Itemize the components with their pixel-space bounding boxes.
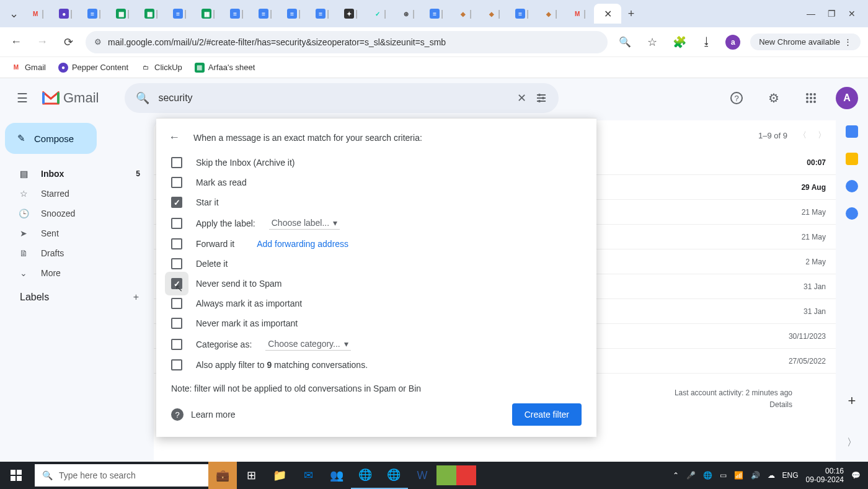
sidebar-item-sent[interactable]: ➤Sent <box>5 223 149 243</box>
tray-mic-icon[interactable]: 🎤 <box>686 471 696 480</box>
tab-9[interactable]: ≡| <box>252 4 279 24</box>
tray-wifi-icon[interactable]: 📶 <box>734 471 743 480</box>
tab-6[interactable]: ≡| <box>166 4 193 24</box>
bookmark-clickup[interactable]: 🗀ClickUp <box>141 63 182 73</box>
checkbox-mark-read[interactable] <box>171 177 182 188</box>
clear-search-icon[interactable]: ✕ <box>517 91 526 105</box>
bookmark-star-icon[interactable]: ☆ <box>644 34 661 51</box>
tray-chevron-icon[interactable]: ⌃ <box>673 471 679 480</box>
checkbox-apply-label[interactable] <box>171 218 182 229</box>
start-button[interactable] <box>0 462 32 489</box>
tab-active[interactable]: ✕ <box>594 4 621 24</box>
support-icon[interactable]: ? <box>724 86 749 110</box>
tab-15[interactable]: ≡| <box>423 4 450 24</box>
zoom-icon[interactable]: 🔍 <box>616 34 634 51</box>
settings-icon[interactable]: ⚙ <box>761 86 786 110</box>
sidebar-item-drafts[interactable]: 🗎Drafts <box>5 243 149 263</box>
compose-button[interactable]: ✎ Compose <box>5 123 97 154</box>
downloads-icon[interactable]: ⭳ <box>698 34 715 51</box>
taskbar-teams[interactable]: 👥 <box>322 462 351 489</box>
tab-8[interactable]: ≡| <box>223 4 250 24</box>
taskbar-app-red[interactable] <box>456 465 476 485</box>
create-filter-button[interactable]: Create filter <box>512 403 582 426</box>
taskbar-chrome-2[interactable]: 🌐 <box>379 462 408 489</box>
profile-avatar[interactable]: a <box>725 35 740 50</box>
tab-13[interactable]: ✓| <box>366 4 393 24</box>
tasks-icon[interactable] <box>846 180 858 192</box>
search-bar[interactable]: 🔍 ✕ <box>125 83 559 113</box>
sidebar-item-more[interactable]: ⌄More <box>5 263 149 283</box>
taskbar-word[interactable]: W <box>408 462 436 489</box>
add-panel-icon[interactable]: + <box>848 393 856 409</box>
choose-label-dropdown[interactable]: Choose label...▾ <box>269 217 340 230</box>
tab-5[interactable]: ▦| <box>138 4 165 24</box>
tab-gmail[interactable]: M| <box>24 4 51 24</box>
extensions-icon[interactable]: 🧩 <box>671 34 688 51</box>
calendar-icon[interactable] <box>846 125 858 138</box>
back-button[interactable]: ← <box>7 34 25 51</box>
checkbox-forward[interactable] <box>171 238 182 249</box>
reload-button[interactable]: ⟳ <box>60 34 77 51</box>
apps-grid-icon[interactable] <box>799 86 823 110</box>
tab-3[interactable]: ≡| <box>81 4 108 24</box>
contacts-icon[interactable] <box>846 207 858 220</box>
add-label-icon[interactable]: + <box>133 292 139 303</box>
new-tab-button[interactable]: + <box>622 5 640 22</box>
filter-back-icon[interactable]: ← <box>169 131 184 144</box>
add-forwarding-link[interactable]: Add forwarding address <box>257 239 348 249</box>
close-tab-icon[interactable]: ✕ <box>604 8 612 20</box>
tab-4[interactable]: ▦| <box>109 4 136 24</box>
tab-10[interactable]: ≡| <box>280 4 308 24</box>
sidebar-item-starred[interactable]: ☆Starred <box>5 184 149 204</box>
forward-button[interactable]: → <box>33 34 51 51</box>
address-bar[interactable]: ⚙ mail.google.com/mail/u/2/#create-filte… <box>86 31 608 53</box>
search-icon[interactable]: 🔍 <box>136 91 149 105</box>
choose-category-dropdown[interactable]: Choose category...▾ <box>265 338 350 351</box>
tab-16[interactable]: ◆| <box>451 4 479 24</box>
tab-14[interactable]: ⊛| <box>394 4 422 24</box>
checkbox-delete[interactable] <box>171 258 182 269</box>
checkbox-never-spam[interactable] <box>171 278 182 289</box>
tray-globe-icon[interactable]: 🌐 <box>703 471 712 480</box>
new-chrome-button[interactable]: New Chrome available ⋮ <box>750 34 861 50</box>
tray-clock[interactable]: 00:16 09-09-2024 <box>806 467 844 485</box>
tray-volume-icon[interactable]: 🔊 <box>751 471 760 480</box>
learn-more-link[interactable]: ?Learn more <box>171 408 236 421</box>
search-input[interactable] <box>158 92 508 104</box>
tab-dropdown-icon[interactable]: ⌄ <box>5 5 22 22</box>
tab-12[interactable]: ✦| <box>337 4 365 24</box>
tray-battery-icon[interactable]: ▭ <box>720 471 727 480</box>
tray-language[interactable]: ENG <box>782 471 799 480</box>
prev-page-icon[interactable]: 〈 <box>799 130 807 141</box>
sidebar-item-snoozed[interactable]: 🕒Snoozed <box>5 204 149 223</box>
taskbar-task-view[interactable]: ⊞ <box>237 462 265 489</box>
taskbar-app-briefcase[interactable]: 💼 <box>208 462 237 489</box>
tab-20[interactable]: M| <box>565 4 593 24</box>
checkbox-skip-inbox[interactable] <box>171 157 182 168</box>
site-info-icon[interactable]: ⚙ <box>94 37 102 47</box>
main-menu-icon[interactable]: ☰ <box>10 86 35 110</box>
close-window-icon[interactable]: ✕ <box>848 9 856 19</box>
tab-11[interactable]: ≡| <box>309 4 336 24</box>
taskbar-explorer[interactable]: 📁 <box>265 462 294 489</box>
next-page-icon[interactable]: 〉 <box>818 130 826 141</box>
minimize-icon[interactable]: — <box>807 9 815 19</box>
checkbox-never-important[interactable] <box>171 318 182 329</box>
activity-details-link[interactable]: Details <box>675 399 792 411</box>
tab-18[interactable]: ≡| <box>508 4 536 24</box>
sidebar-item-inbox[interactable]: ▤Inbox5 <box>5 164 149 184</box>
tab-2[interactable]: ●| <box>52 4 79 24</box>
tab-7[interactable]: ▦| <box>195 4 222 24</box>
tray-onedrive-icon[interactable]: ☁ <box>768 471 775 480</box>
tab-19[interactable]: ◆| <box>537 4 564 24</box>
checkbox-always-important[interactable] <box>171 298 182 309</box>
tray-notifications-icon[interactable]: 💬 <box>851 471 861 480</box>
checkbox-star-it[interactable] <box>171 197 182 208</box>
keep-icon[interactable] <box>846 153 858 165</box>
checkbox-categorise[interactable] <box>171 339 182 350</box>
checkbox-also-apply[interactable] <box>171 359 182 370</box>
tab-17[interactable]: ◆| <box>480 4 507 24</box>
taskbar-outlook[interactable]: ✉ <box>294 462 322 489</box>
taskbar-app-green[interactable] <box>436 465 456 485</box>
bookmark-pepper[interactable]: ●Pepper Content <box>58 63 128 73</box>
